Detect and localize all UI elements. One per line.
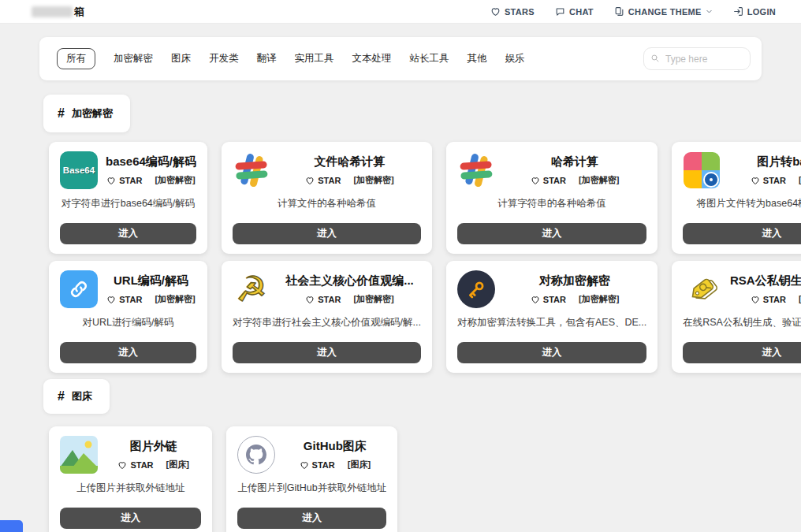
tool-description: 对字符串进行base64编码/解码 [60,197,196,210]
photos-icon [683,151,721,189]
tool-tag: [加密解密] [579,174,619,186]
category-filters: 所有 加密解密 图床 开发类 翻译 实用工具 文本处理 站长工具 其他 娱乐 [57,48,525,69]
section-header-imagehost: # 图床 [43,379,110,414]
filter-webmaster[interactable]: 站长工具 [410,52,449,65]
tool-title: 文件哈希计算 [278,154,421,169]
tool-title: URL编码/解码 [106,273,196,288]
tool-description: 计算文件的各种哈希值 [233,197,421,210]
filter-other[interactable]: 其他 [468,52,487,65]
change-theme-button[interactable]: CHANGE THEME [614,6,713,17]
tool-description: 上传图片到GitHub并获取外链地址 [237,482,386,495]
tool-title: RSA公私钥生成、验证... [728,273,801,288]
heart-icon [305,295,315,304]
logo-redacted [32,6,73,17]
filter-bar: 所有 加密解密 图床 开发类 翻译 实用工具 文本处理 站长工具 其他 娱乐 [39,37,762,80]
filter-translate[interactable]: 翻译 [257,52,277,65]
enter-button[interactable]: 进入 [683,223,801,244]
star-button[interactable]: STAR [531,176,566,185]
heart-icon [305,176,315,185]
star-button[interactable]: STAR [106,176,142,185]
tool-description: 将图片文件转为base64格式的图片 [683,197,801,210]
star-button[interactable]: STAR [751,295,786,304]
tag-icon [683,270,721,308]
hash-icon: # [58,389,65,404]
tool-card-image-link: 图片外链 STAR [图床] 上传图片并获取外链地址 进入 [49,426,212,532]
tool-title: GitHub图床 [283,439,386,454]
hash-icon: # [58,106,65,121]
star-button[interactable]: STAR [305,295,341,304]
enter-button[interactable]: 进入 [457,342,646,363]
enter-button[interactable]: 进入 [60,223,196,244]
chevron-down-icon [706,8,713,15]
enter-button[interactable]: 进入 [60,342,196,363]
filter-utility[interactable]: 实用工具 [295,52,334,65]
star-button[interactable]: STAR [751,176,786,185]
tool-tag: [图床] [348,459,371,471]
heart-icon [531,295,540,304]
emblem-icon: ☭ [233,270,270,308]
image-icon [60,436,98,474]
heart-icon [106,295,116,304]
section-title: 加密解密 [72,106,113,121]
filter-dev[interactable]: 开发类 [209,52,239,65]
tool-tag: [加密解密] [155,293,195,305]
star-button[interactable]: STAR [117,460,153,470]
tool-title: 社会主义核心价值观编... [278,273,421,288]
filter-all[interactable]: 所有 [57,48,95,69]
enter-button[interactable]: 进入 [233,342,421,363]
tool-card-base64: Base64 base64编码/解码 STAR [加密解密] 对字符串进行bas… [49,142,207,254]
hash-icon [457,151,495,189]
filter-text[interactable]: 文本处理 [352,52,392,65]
hash-icon [233,151,270,189]
tool-tag: [加密解密] [353,174,393,186]
logo: 箱 [32,5,84,19]
heart-icon [106,176,116,185]
tool-title: 图片转base64 [728,154,801,169]
tool-description: 对URL进行编码/解码 [60,316,196,329]
navbar-menu: STARS CHAT CHANGE THEME LOGIN [490,6,776,17]
tool-description: 在线RSA公私钥生成、验证、加密和解密 [683,316,801,329]
corner-floating-button[interactable] [0,520,23,532]
tool-grid-encryption: Base64 base64编码/解码 STAR [加密解密] 对字符串进行bas… [49,142,753,373]
tool-description: 计算字符串的各种哈希值 [457,197,646,210]
filter-imagehost[interactable]: 图床 [171,52,191,65]
chat-icon [555,6,565,17]
tool-card-file-hash: 文件哈希计算 STAR [加密解密] 计算文件的各种哈希值 进入 [222,142,432,254]
login-button[interactable]: LOGIN [733,6,776,17]
enter-button[interactable]: 进入 [457,223,646,244]
heart-icon [300,460,309,470]
heart-icon [490,6,501,17]
heart-icon [531,176,540,185]
tool-card-hash: 哈希计算 STAR [加密解密] 计算字符串的各种哈希值 进入 [446,142,658,254]
star-button[interactable]: STAR [531,295,566,304]
star-button[interactable]: STAR [106,295,142,304]
star-button[interactable]: STAR [305,176,341,185]
stars-button[interactable]: STARS [490,6,535,17]
tool-description: 上传图片并获取外链地址 [60,482,201,495]
chat-button[interactable]: CHAT [555,6,594,17]
tool-description: 对称加密算法转换工具，包含有AES、DE... [457,316,646,329]
tool-card-url: URL编码/解码 STAR [加密解密] 对URL进行编码/解码 进入 [49,261,207,373]
tool-card-img2base64: 图片转base64 STAR [加密解密] 将图片文件转为base64格式的图片… [672,142,801,254]
base64-icon: Base64 [60,151,98,189]
search-icon [650,54,660,63]
tool-tag: [加密解密] [353,293,393,305]
tool-description: 对字符串进行社会主义核心价值观编码/解... [233,316,421,329]
star-button[interactable]: STAR [300,460,335,470]
tool-card-core-values: ☭ 社会主义核心价值观编... STAR [加密解密] 对字符串进行社会主义核心… [222,261,432,373]
heart-icon [751,295,760,304]
tool-card-symmetric: 对称加密解密 STAR [加密解密] 对称加密算法转换工具，包含有AES、DE.… [446,261,658,373]
enter-button[interactable]: 进入 [683,342,801,363]
filter-encryption[interactable]: 加密解密 [114,52,153,65]
link-icon [60,270,98,308]
tool-tag: [加密解密] [155,174,195,186]
login-icon [733,6,743,17]
tool-grid-imagehost: 图片外链 STAR [图床] 上传图片并获取外链地址 进入 GitHub图床 [49,426,753,532]
enter-button[interactable]: 进入 [233,223,421,244]
enter-button[interactable]: 进入 [237,508,386,529]
tool-tag: [加密解密] [579,293,619,305]
theme-icon [614,6,624,17]
navbar: 箱 STARS CHAT CHANGE THEME LOGIN [0,0,801,24]
enter-button[interactable]: 进入 [60,508,201,529]
filter-fun[interactable]: 娱乐 [505,52,525,65]
